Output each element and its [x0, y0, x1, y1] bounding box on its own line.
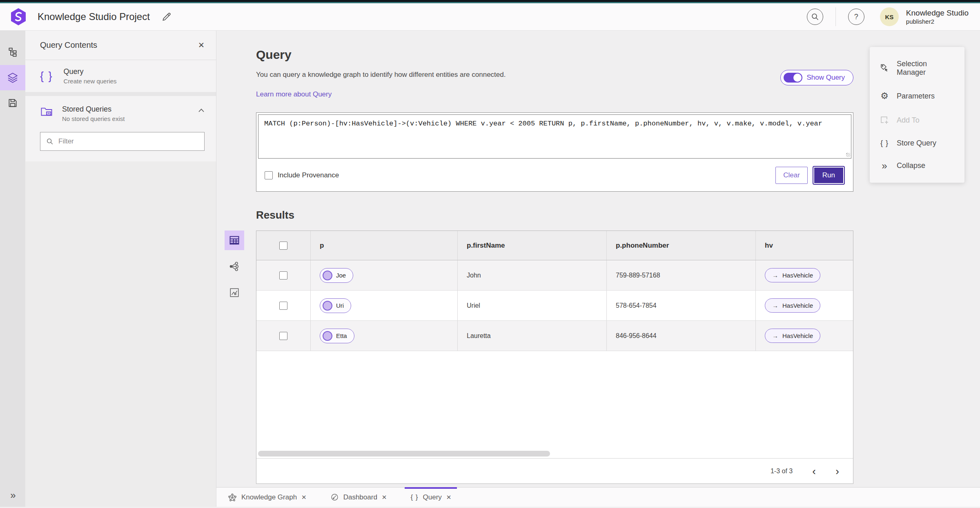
save-icon [7, 98, 18, 108]
bottom-tab-bar: Knowledge Graph ✕ Dashboard ✕ { } Query … [216, 487, 980, 507]
stored-queries-header[interactable]: Stored Queries No stored queries exist [40, 105, 205, 122]
show-query-toggle[interactable]: Show Query [780, 70, 853, 85]
add-to-icon [880, 115, 889, 125]
relationship-pill[interactable]: → HasVehicle [765, 268, 820, 282]
stored-queries-subtitle: No stored queries exist [62, 115, 189, 122]
column-header-phonenumber[interactable]: p.phoneNumber [607, 231, 756, 260]
avatar[interactable]: KS [880, 7, 899, 26]
column-header-firstname[interactable]: p.firstName [458, 231, 607, 260]
active-tab-indicator [405, 487, 457, 489]
chevron-right-icon: › [835, 465, 839, 477]
entity-node-icon [323, 331, 332, 341]
row-checkbox[interactable] [279, 332, 287, 340]
rail-save-button[interactable] [0, 90, 25, 116]
table-footer: 1-3 of 3 ‹ › [256, 458, 853, 483]
arrow-right-icon: → [772, 302, 778, 309]
dashboard-gauge-icon [330, 493, 339, 501]
panel-header: Query Contents ✕ [25, 31, 216, 60]
parameters-button[interactable]: ⚙ Parameters [870, 84, 964, 108]
entity-label: Etta [336, 332, 347, 339]
chart-icon [229, 287, 240, 298]
table-icon [229, 235, 240, 246]
search-button[interactable] [807, 9, 823, 25]
arrow-right-icon: → [772, 332, 778, 339]
previous-page-button[interactable]: ‹ [811, 466, 817, 477]
project-title: Knowledge Studio Project [38, 11, 150, 22]
rail-expand-button[interactable]: » [0, 490, 25, 501]
cell-firstname: Lauretta [467, 332, 491, 340]
user-name: Knowledge Studio [906, 8, 969, 18]
run-button[interactable]: Run [813, 167, 844, 184]
include-provenance-label: Include Provenance [278, 171, 339, 179]
relationship-pill[interactable]: → HasVehicle [765, 329, 820, 343]
filter-field [40, 132, 205, 151]
horizontal-scrollbar [257, 450, 852, 457]
select-all-checkbox[interactable] [279, 242, 287, 250]
panel-close-button[interactable]: ✕ [198, 40, 205, 50]
cell-phonenumber: 846-956-8644 [616, 332, 657, 340]
query-textarea[interactable]: MATCH (p:Person)-[hv:HasVehicle]->(v:Veh… [258, 114, 851, 159]
close-icon: ✕ [198, 41, 205, 49]
edit-title-button[interactable] [161, 11, 172, 22]
left-rail: » [0, 31, 25, 507]
tab-query[interactable]: { } Query ✕ [405, 488, 457, 507]
rail-data-model-button[interactable] [0, 40, 25, 65]
store-query-label: Store Query [897, 139, 936, 148]
collapse-label: Collapse [897, 161, 925, 170]
collapse-button[interactable]: » Collapse [870, 154, 964, 177]
help-button[interactable]: ? [848, 9, 864, 25]
entity-label: Uri [336, 302, 344, 309]
toggle-on-icon [784, 73, 802, 83]
stored-queries-section: Stored Queries No stored queries exist [25, 96, 216, 161]
close-icon[interactable]: ✕ [382, 494, 387, 501]
table-row: Uri Uriel 578-654-7854 → HasVehicle [256, 291, 853, 321]
selection-manager-button[interactable]: Selection Manager [870, 53, 964, 84]
stored-collapse-button[interactable] [198, 108, 205, 112]
query-item-title: Query [64, 67, 117, 76]
pagination-info: 1-3 of 3 [771, 468, 793, 475]
query-editor: MATCH (p:Person)-[hv:HasVehicle]->(v:Veh… [256, 112, 853, 192]
graph-view-button[interactable] [225, 257, 244, 276]
store-query-button[interactable]: { } Store Query [870, 132, 964, 154]
rail-contents-button[interactable] [0, 65, 25, 90]
add-to-label: Add To [897, 116, 920, 125]
knowledge-graph-icon [228, 493, 237, 502]
entity-pill[interactable]: Uri [320, 298, 351, 313]
table-empty-area [256, 351, 853, 450]
tab-knowledge-graph[interactable]: Knowledge Graph ✕ [222, 488, 312, 507]
query-editor-footer: Include Provenance Clear Run [256, 160, 853, 191]
sidebar-item-query[interactable]: { } Query Create new queries [25, 60, 216, 92]
learn-more-link[interactable]: Learn more about Query [256, 90, 332, 98]
entity-pill[interactable]: Joe [320, 268, 353, 283]
help-icon: ? [854, 13, 858, 21]
resize-handle-icon[interactable] [846, 153, 850, 157]
column-header-hv[interactable]: hv [756, 231, 853, 260]
table-row: Joe John 759-889-57168 → HasVehicle [256, 260, 853, 291]
chart-view-button[interactable] [225, 283, 244, 302]
user-block[interactable]: Knowledge Studio publisher2 [906, 8, 969, 26]
next-page-button[interactable]: › [834, 466, 841, 477]
cell-phonenumber: 759-889-57168 [616, 272, 660, 279]
clear-button[interactable]: Clear [775, 167, 808, 184]
relationship-pill[interactable]: → HasVehicle [765, 298, 820, 313]
close-icon[interactable]: ✕ [301, 494, 307, 501]
chevron-left-icon: ‹ [812, 465, 816, 477]
scrollbar-thumb[interactable] [258, 451, 550, 457]
table-view-button[interactable] [225, 231, 244, 250]
folder-icon [40, 105, 53, 117]
row-checkbox[interactable] [279, 302, 287, 310]
row-checkbox[interactable] [279, 271, 287, 280]
entity-label: Joe [336, 272, 346, 279]
filter-input[interactable] [58, 137, 198, 145]
column-header-p[interactable]: p [311, 231, 458, 260]
close-icon[interactable]: ✕ [446, 494, 452, 501]
include-provenance-checkbox[interactable] [265, 171, 273, 179]
tab-dashboard[interactable]: Dashboard ✕ [325, 488, 393, 507]
entity-node-icon [323, 271, 332, 280]
query-contents-panel: Query Contents ✕ { } Query Create new qu… [25, 31, 216, 507]
selection-manager-icon [880, 63, 889, 73]
results-title: Results [256, 209, 853, 222]
search-icon [46, 138, 53, 145]
entity-pill[interactable]: Etta [320, 329, 354, 343]
relationship-label: HasVehicle [782, 302, 813, 309]
